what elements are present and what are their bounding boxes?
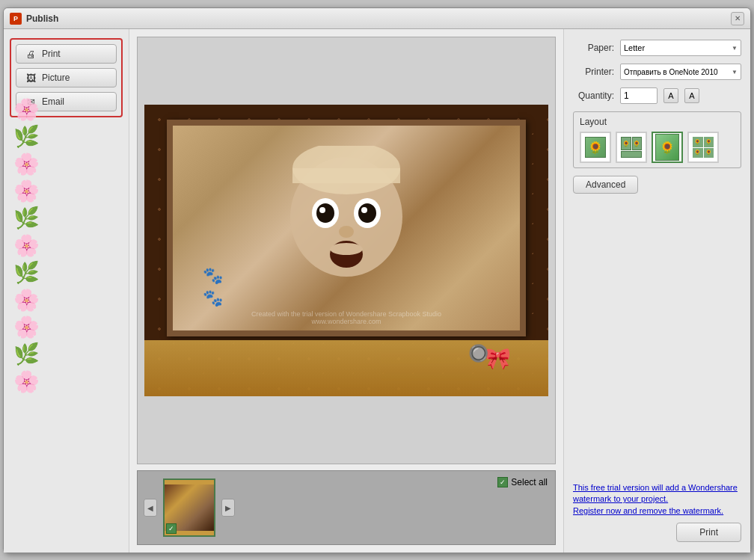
svg-point-9: [339, 226, 354, 238]
flowers-decoration: 🌸🌿🌸🌸🌿🌸🌿🌸🌸🌿🌸: [4, 104, 49, 388]
layout-mini-1: 🌻: [585, 137, 606, 158]
button-decoration: 🔘: [468, 344, 488, 363]
inner-picture-frame: 🐾 🐾: [167, 120, 526, 336]
deco-strip: 🎀 🔘: [144, 340, 548, 396]
quantity-row: Quantity: A A: [573, 87, 741, 104]
publish-window: P Publish ✕ 🖨 Print 🖼 Picture ✉ Email: [3, 7, 751, 553]
paper-select-arrow: ▼: [732, 45, 738, 52]
paper-label: Paper:: [573, 43, 614, 53]
baby-photo: [173, 126, 520, 330]
printer-select-arrow: ▼: [732, 69, 738, 76]
picture-icon: 🖼: [24, 73, 37, 83]
advanced-button[interactable]: Advanced: [573, 176, 638, 194]
paw-prints-decoration: 🐾 🐾: [203, 266, 223, 308]
strip-nav-right[interactable]: ▶: [221, 499, 235, 517]
layout-mini-4: 🌻 🌻 🌻 🌻: [693, 137, 714, 158]
paw-1: 🐾: [203, 266, 223, 286]
layout-option-3[interactable]: 🌻: [652, 132, 683, 163]
strip-nav-left[interactable]: ◀: [144, 499, 157, 517]
layout-label: Layout: [580, 117, 735, 127]
right-panel-bottom: This free trial version will add a Wonde…: [573, 482, 741, 542]
close-button[interactable]: ✕: [731, 12, 744, 25]
svg-point-11: [330, 243, 363, 255]
trial-notice: This free trial version will add a Wonde…: [573, 482, 741, 517]
svg-point-7: [358, 203, 376, 223]
app-icon: P: [10, 13, 22, 25]
thumbnail-strip: ✓ Select all ◀ ✓ ▶: [137, 470, 556, 545]
printer-label: Printer:: [573, 67, 614, 77]
select-all-area: ✓ Select all: [497, 477, 548, 487]
layout-options: 🌻 🌻 🌻 🌻 🌻: [580, 132, 735, 163]
print-mode-button[interactable]: 🖨 Print: [16, 44, 117, 64]
layout-option-2[interactable]: 🌻 🌻: [616, 132, 647, 163]
photo-frame: 🐾 🐾 🎀 🔘 Cre: [144, 105, 548, 396]
paper-row: Paper: Letter ▼: [573, 40, 741, 56]
quantity-input[interactable]: [620, 87, 658, 104]
printer-select[interactable]: Отправить в OneNote 2010 ▼: [620, 64, 741, 80]
printer-row: Printer: Отправить в OneNote 2010 ▼: [573, 64, 741, 80]
scrapbook-background: 🐾 🐾 🎀 🔘 Cre: [144, 105, 548, 396]
watermark-text: Created with the trial version of Wonder…: [251, 310, 441, 325]
window-title: Publish: [26, 13, 58, 24]
layout-group: Layout 🌻 🌻 🌻 🌻: [573, 111, 741, 168]
main-content: 🐾 🐾 🎀 🔘 Cre: [129, 29, 563, 553]
qty-increase-button[interactable]: A: [684, 88, 699, 103]
photo-content: 🐾 🐾: [173, 126, 520, 330]
select-all-label[interactable]: Select all: [511, 477, 548, 487]
title-bar: P Publish ✕: [4, 8, 750, 29]
picture-mode-button[interactable]: 🖼 Picture: [16, 68, 117, 87]
spacer: [573, 201, 741, 475]
baby-face-svg: [272, 146, 421, 310]
svg-point-4: [316, 203, 334, 223]
quantity-label: Quantity:: [573, 90, 614, 101]
bow-decoration: 🎀: [485, 346, 511, 371]
paper-select[interactable]: Letter ▼: [620, 40, 741, 56]
title-bar-left: P Publish: [10, 13, 58, 25]
layout-mini-3: 🌻: [655, 134, 679, 161]
paw-2: 🐾: [203, 289, 223, 308]
layout-mini-2: 🌻 🌻: [621, 137, 642, 158]
select-all-checkbox[interactable]: ✓: [497, 477, 508, 487]
svg-point-8: [361, 207, 367, 213]
layout-option-4[interactable]: 🌻 🌻 🌻 🌻: [687, 132, 719, 163]
qty-decrease-button[interactable]: A: [663, 88, 678, 103]
thumb-checkbox-1[interactable]: ✓: [166, 523, 177, 534]
window-body: 🖨 Print 🖼 Picture ✉ Email 🌸🌿🌸🌸🌿🌸🌿🌸🌸🌿🌸: [4, 29, 750, 553]
register-link[interactable]: Register now and remove the watermark.: [573, 506, 723, 515]
left-panel: 🖨 Print 🖼 Picture ✉ Email 🌸🌿🌸🌸🌿🌸🌿🌸🌸🌿🌸: [4, 29, 129, 553]
flower-art: 🌸🌿🌸🌸🌿🌸🌿🌸🌸🌿🌸: [13, 96, 40, 396]
printer-icon: 🖨: [24, 49, 37, 59]
svg-rect-2: [292, 168, 400, 183]
preview-area: 🐾 🐾 🎀 🔘 Cre: [137, 37, 556, 464]
thumbnail-1[interactable]: ✓: [163, 479, 215, 537]
svg-point-5: [319, 207, 325, 213]
print-button[interactable]: Print: [676, 523, 741, 542]
right-panel: Paper: Letter ▼ Printer: Отправить в One…: [563, 29, 750, 553]
layout-option-1[interactable]: 🌻: [580, 132, 611, 163]
